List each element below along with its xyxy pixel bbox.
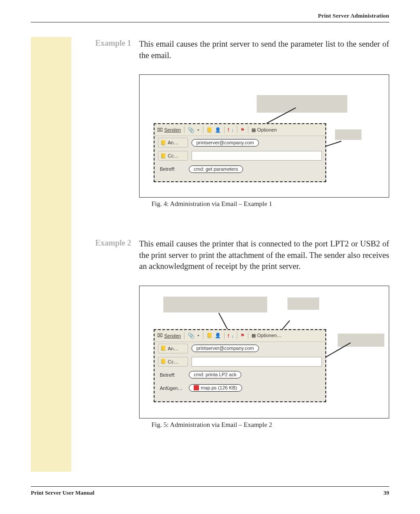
attach-icon[interactable]: 📎 bbox=[188, 332, 195, 339]
page-number: 39 bbox=[383, 489, 389, 496]
check-names-icon[interactable]: 👤 bbox=[215, 127, 221, 133]
send-button[interactable]: ⌧ Senden bbox=[157, 127, 181, 133]
to-address-pill: printserver@company.com bbox=[192, 345, 259, 352]
importance-low-icon[interactable]: ↓ bbox=[232, 333, 234, 338]
footer-title: Print Server User Manual bbox=[31, 489, 94, 496]
subject-label: Betreff: bbox=[158, 166, 185, 172]
footer-rule bbox=[31, 486, 389, 487]
email-compose-window: ⌧ Senden 📎 ▼ 📒 👤 ! ↓ ⚑ ▦ Optionen bbox=[154, 123, 326, 182]
options-button[interactable]: ▦ Optionen bbox=[251, 127, 277, 133]
cc-button[interactable]: 📒 Cc… bbox=[158, 151, 188, 161]
subject-pill: cmd: get parameters bbox=[189, 165, 243, 173]
addressbook-icon[interactable]: 📒 bbox=[206, 333, 213, 338]
header-rule bbox=[31, 22, 389, 22]
subject-label: Betreff: bbox=[158, 372, 185, 378]
attach-label: Anfügen… bbox=[158, 386, 185, 391]
left-sidebar-stripe bbox=[31, 37, 71, 472]
callout-badge bbox=[163, 297, 267, 312]
dropdown-icon[interactable]: ▼ bbox=[197, 334, 200, 337]
figure-1-caption: Fig. 4: Administration via Email – Examp… bbox=[151, 200, 389, 208]
addressbook-icon[interactable]: 📒 bbox=[206, 127, 213, 133]
dropdown-icon[interactable]: ▼ bbox=[197, 128, 200, 132]
example2-text: This email causes the printer that is co… bbox=[131, 239, 389, 272]
callout-badge bbox=[335, 129, 361, 140]
to-button[interactable]: 📒 An… bbox=[158, 138, 188, 147]
cc-field[interactable] bbox=[192, 357, 322, 367]
figure-2-caption: Fig. 5: Administration via Email – Examp… bbox=[151, 421, 389, 429]
main-content: Example 1 This email causes the print se… bbox=[71, 37, 389, 472]
callout-badge bbox=[338, 334, 384, 347]
cc-field[interactable] bbox=[192, 151, 322, 161]
email-toolbar: ⌧ Senden 📎 ▼ 📒 👤 ! ↓ ⚑ ▦ Optionen bbox=[155, 124, 325, 136]
figure-2: ⌧ Senden 📎 ▼ 📒 👤 ! ↓ ⚑ ▦ Optionen… bbox=[139, 286, 389, 429]
to-button[interactable]: 📒 An… bbox=[158, 344, 188, 353]
callout-badge bbox=[287, 297, 319, 310]
callout-badge bbox=[257, 95, 347, 113]
importance-low-icon[interactable]: ↓ bbox=[232, 127, 234, 132]
flag-icon[interactable]: ⚑ bbox=[240, 333, 245, 338]
importance-high-icon[interactable]: ! bbox=[228, 333, 229, 338]
attachment-pill: map.ps (126 KB) bbox=[189, 384, 242, 392]
importance-high-icon[interactable]: ! bbox=[228, 127, 229, 132]
attach-icon[interactable]: 📎 bbox=[188, 127, 195, 133]
cc-button[interactable]: 📒 Cc… bbox=[158, 357, 188, 367]
send-button[interactable]: ⌧ Senden bbox=[157, 333, 181, 338]
example1-label: Example 1 bbox=[71, 39, 131, 48]
example1-text: This email causes the print server to se… bbox=[131, 39, 389, 61]
figure-2-frame: ⌧ Senden 📎 ▼ 📒 👤 ! ↓ ⚑ ▦ Optionen… bbox=[139, 286, 389, 419]
example2-label: Example 2 bbox=[71, 239, 131, 248]
figure-1-frame: ⌧ Senden 📎 ▼ 📒 👤 ! ↓ ⚑ ▦ Optionen bbox=[139, 74, 389, 198]
running-header: Print Server Administration bbox=[31, 12, 389, 19]
to-address-pill: printserver@company.com bbox=[192, 139, 259, 147]
options-button[interactable]: ▦ Optionen… bbox=[251, 333, 282, 338]
figure-1: ⌧ Senden 📎 ▼ 📒 👤 ! ↓ ⚑ ▦ Optionen bbox=[139, 74, 389, 208]
flag-icon[interactable]: ⚑ bbox=[240, 127, 245, 133]
check-names-icon[interactable]: 👤 bbox=[215, 333, 221, 338]
subject-pill: cmd: printa LP2 ack bbox=[189, 371, 241, 378]
page-footer: Print Server User Manual 39 bbox=[31, 486, 389, 496]
email-toolbar: ⌧ Senden 📎 ▼ 📒 👤 ! ↓ ⚑ ▦ Optionen… bbox=[155, 330, 325, 342]
email-compose-window: ⌧ Senden 📎 ▼ 📒 👤 ! ↓ ⚑ ▦ Optionen… bbox=[154, 329, 326, 402]
